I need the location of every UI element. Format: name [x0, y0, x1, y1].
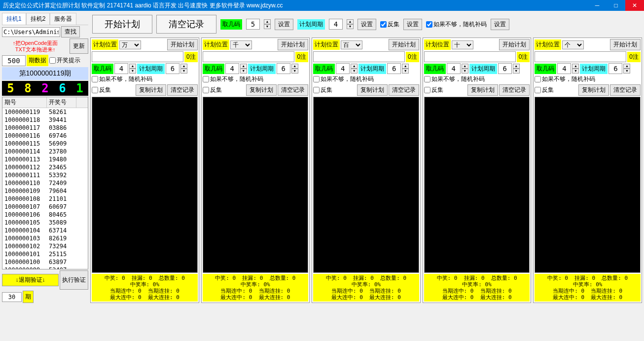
spin-up[interactable]: ▲ [264, 19, 271, 24]
table-row[interactable]: 100000011153392 [2, 171, 88, 179]
panel-randomfill-checkbox[interactable]: 如果不够，随机补码 [92, 75, 198, 83]
tab-gj1[interactable]: 挂机1 [2, 13, 26, 25]
pos-select[interactable]: 个 [562, 40, 584, 49]
table-row[interactable]: 100000011072409 [2, 179, 88, 187]
panel-log[interactable] [424, 97, 530, 273]
copy-plan-button[interactable]: 复制计划 [578, 84, 609, 96]
history-grid[interactable]: 期号 开奖号 100000011958261100000011839441100… [2, 97, 88, 269]
pos-select[interactable]: 百 [341, 40, 362, 49]
copy-plan-button[interactable]: 复制计划 [246, 84, 277, 96]
panel-start-button[interactable]: 开始计划 [610, 39, 641, 50]
num500-input[interactable] [2, 55, 26, 66]
table-row[interactable]: 100000010821101 [2, 195, 88, 203]
randomfill-checkbox[interactable]: 如果不够，随机补码 [426, 20, 487, 29]
tab-server[interactable]: 服务器 [50, 13, 76, 25]
panel-pp-input[interactable] [387, 63, 401, 74]
panel-randomfill-checkbox[interactable]: 如果不够，随机补码 [313, 75, 419, 83]
table-row[interactable]: 100000010760697 [2, 203, 88, 211]
panel-start-button[interactable]: 开始计划 [278, 39, 308, 50]
pos-select[interactable]: 十 [452, 40, 473, 49]
table-row[interactable]: 100000010979604 [2, 187, 88, 195]
fanji-checkbox[interactable]: 反集 [380, 20, 399, 29]
set-button-3[interactable]: 设置 [403, 19, 422, 30]
spin-down[interactable]: ▼ [347, 24, 354, 29]
panel-input[interactable] [313, 51, 405, 62]
panel-fanji-checkbox[interactable]: 反集 [313, 86, 332, 94]
panel-log[interactable] [203, 97, 309, 273]
table-row[interactable]: 100000011423780 [2, 148, 88, 155]
table-row[interactable]: 100000011319480 [2, 155, 88, 163]
update-button[interactable]: 更新 [70, 38, 88, 54]
table-row[interactable]: 100000010273294 [2, 242, 88, 250]
maximize-button[interactable]: □ [607, 0, 625, 11]
tab-gj2[interactable]: 挂机2 [26, 13, 50, 25]
panel-pp-input[interactable] [277, 63, 290, 74]
panel-randomfill-checkbox[interactable]: 如果不够，随机补码 [535, 75, 641, 83]
panel-fanji-checkbox[interactable]: 反集 [92, 86, 111, 94]
close-button[interactable]: ✕ [625, 0, 644, 11]
set-button-4[interactable]: 设置 [491, 19, 509, 30]
qi-button[interactable]: 期 [23, 291, 34, 303]
copy-plan-button[interactable]: 复制计划 [357, 84, 388, 96]
panel-clear-button[interactable]: 清空记录 [610, 84, 641, 96]
back-verify-button[interactable]: ↓退期验证↓ [2, 274, 59, 286]
table-row[interactable]: 100000010535089 [2, 219, 88, 227]
panel-log[interactable] [92, 97, 198, 273]
num30-input[interactable] [2, 292, 22, 302]
pos-select[interactable]: 万 [119, 40, 141, 49]
panel-fanji-checkbox[interactable]: 反集 [424, 86, 443, 94]
panel-clear-button[interactable]: 清空记录 [278, 84, 308, 96]
table-row[interactable]: 100000010382619 [2, 234, 88, 242]
table-row[interactable]: 100000011958261 [2, 108, 88, 116]
panel-log[interactable] [313, 97, 419, 273]
panel-clear-button[interactable]: 清空记录 [499, 84, 530, 96]
path-input[interactable] [2, 27, 60, 37]
pos-select[interactable]: 千 [230, 40, 252, 49]
panel-fanji-checkbox[interactable]: 反集 [203, 86, 222, 94]
table-row[interactable]: 100000010063897 [2, 258, 88, 266]
panel-pp-input[interactable] [608, 63, 622, 74]
table-row[interactable]: 100000011703886 [2, 124, 88, 132]
panel-quncode-input[interactable] [225, 63, 239, 74]
table-row[interactable]: 100000010680465 [2, 211, 88, 219]
panel-start-button[interactable]: 开始计划 [389, 39, 419, 50]
spin-down[interactable]: ▼ [264, 24, 271, 29]
table-row[interactable]: 100000011669746 [2, 132, 88, 140]
panel-fanji-checkbox[interactable]: 反集 [535, 86, 554, 94]
panel-quncode-input[interactable] [447, 63, 461, 74]
panel-clear-button[interactable]: 清空记录 [167, 84, 198, 96]
copy-plan-button[interactable]: 复制计划 [467, 84, 498, 96]
panel-start-button[interactable]: 开始计划 [167, 39, 198, 50]
panel-clear-button[interactable]: 清空记录 [389, 84, 419, 96]
planperiod-input[interactable] [329, 19, 343, 30]
panel-start-button[interactable]: 开始计划 [499, 39, 530, 50]
panel-input[interactable] [535, 51, 626, 62]
table-row[interactable]: 100000010125115 [2, 250, 88, 258]
panel-input[interactable] [92, 51, 183, 62]
opentip-checkbox[interactable]: 开奖提示 [49, 56, 80, 65]
panel-log[interactable] [535, 97, 641, 273]
spin-up[interactable]: ▲ [347, 19, 354, 24]
panel-randomfill-checkbox[interactable]: 如果不够，随机补码 [203, 75, 309, 83]
panel-quncode-input[interactable] [336, 63, 350, 74]
panel-pp-input[interactable] [498, 63, 512, 74]
table-row[interactable]: 100000011556909 [2, 140, 88, 148]
set-button-1[interactable]: 设置 [275, 19, 293, 30]
minimize-button[interactable]: ─ [588, 0, 607, 11]
table-row[interactable]: 100000011839441 [2, 116, 88, 124]
panel-pp-input[interactable] [166, 63, 179, 74]
find-button[interactable]: 查找 [61, 26, 80, 38]
exec-verify-button[interactable]: 执行验证 [60, 270, 88, 290]
set-button-2[interactable]: 设置 [358, 19, 376, 30]
start-plan-button[interactable]: 开始计划 [92, 15, 152, 34]
clear-log-button[interactable]: 清空记录 [156, 15, 216, 34]
panel-quncode-input[interactable] [557, 63, 571, 74]
panel-randomfill-checkbox[interactable]: 如果不够，随机补码 [424, 75, 530, 83]
panel-input[interactable] [424, 51, 516, 62]
table-row[interactable]: 100000011223465 [2, 163, 88, 171]
quncode-input[interactable] [246, 19, 260, 30]
panel-quncode-input[interactable] [114, 63, 128, 74]
table-row[interactable]: 100000010463714 [2, 227, 88, 234]
panel-input[interactable] [203, 51, 294, 62]
table-row[interactable]: 100000009953407 [2, 266, 88, 269]
